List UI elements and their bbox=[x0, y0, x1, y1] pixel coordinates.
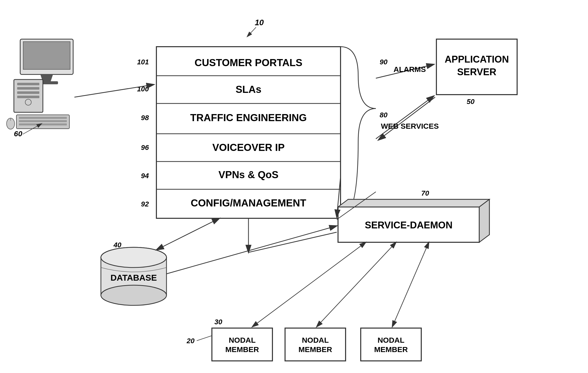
svg-rect-11 bbox=[17, 91, 39, 94]
svg-rect-15 bbox=[19, 117, 67, 119]
diagram-container: 60 10 CUSTOMER PORTALS SLAs TRAFFIC ENGI… bbox=[0, 0, 588, 373]
svg-point-35 bbox=[101, 285, 166, 305]
nodal-member-1-text2: MEMBER bbox=[225, 345, 259, 354]
svg-line-49 bbox=[252, 242, 366, 327]
label-70: 70 bbox=[421, 189, 429, 197]
voiceover-ip-text: VOICEOVER IP bbox=[212, 142, 285, 153]
svg-point-18 bbox=[7, 118, 15, 129]
label-50: 50 bbox=[467, 98, 475, 105]
alarms-text: ALARMS bbox=[394, 65, 426, 73]
svg-rect-38 bbox=[348, 199, 489, 235]
label-100: 100 bbox=[137, 85, 149, 93]
nodal-member-1-text1: NODAL bbox=[229, 336, 256, 344]
svg-rect-4 bbox=[20, 39, 73, 74]
svg-line-44 bbox=[166, 226, 337, 274]
web-services-text: WEB SERVICES bbox=[381, 122, 439, 130]
svg-point-33 bbox=[101, 247, 166, 268]
label-92: 92 bbox=[141, 200, 149, 208]
config-management-text: CONFIG/MANAGEMENT bbox=[191, 197, 306, 208]
label-40: 40 bbox=[113, 241, 122, 249]
svg-line-51 bbox=[392, 242, 429, 327]
svg-line-43 bbox=[337, 192, 376, 220]
svg-rect-46 bbox=[212, 328, 272, 361]
label-98: 98 bbox=[141, 114, 149, 122]
nodal-member-2-text1: NODAL bbox=[302, 336, 329, 344]
svg-point-13 bbox=[25, 99, 31, 105]
svg-rect-9 bbox=[17, 83, 39, 85]
label-20: 20 bbox=[186, 337, 195, 345]
app-server-text2: SERVER bbox=[457, 67, 496, 77]
svg-marker-6 bbox=[40, 74, 53, 82]
svg-rect-5 bbox=[23, 42, 70, 69]
svg-rect-29 bbox=[436, 39, 517, 95]
label-101: 101 bbox=[137, 58, 149, 66]
svg-marker-41 bbox=[479, 199, 489, 242]
svg-line-53 bbox=[248, 232, 337, 252]
vpns-qos-text: VPNs & QoS bbox=[218, 169, 278, 180]
svg-line-32 bbox=[378, 97, 435, 140]
label-10-text: 10 bbox=[255, 18, 264, 27]
label-80: 80 bbox=[380, 111, 388, 119]
label-90: 90 bbox=[380, 58, 388, 66]
svg-line-20 bbox=[23, 124, 42, 134]
slas-text: SLAs bbox=[236, 84, 261, 95]
diagram-svg: 60 10 CUSTOMER PORTALS SLAs TRAFFIC ENGI… bbox=[0, 0, 588, 373]
svg-rect-47 bbox=[285, 328, 346, 361]
label-30: 30 bbox=[214, 318, 222, 326]
label-60-text: 60 bbox=[14, 129, 22, 138]
svg-line-42 bbox=[337, 177, 341, 217]
service-daemon-text: SERVICE-DAEMON bbox=[365, 220, 453, 230]
svg-line-45 bbox=[197, 333, 219, 341]
app-server-text1: APPLICATION bbox=[445, 54, 509, 65]
svg-rect-34 bbox=[101, 257, 166, 295]
svg-line-31 bbox=[376, 96, 434, 139]
svg-line-28 bbox=[74, 85, 154, 97]
svg-rect-12 bbox=[17, 96, 39, 98]
svg-rect-48 bbox=[361, 328, 421, 361]
database-text: DATABASE bbox=[110, 273, 157, 282]
svg-rect-7 bbox=[35, 81, 58, 84]
svg-line-21 bbox=[247, 27, 256, 37]
svg-rect-16 bbox=[19, 120, 67, 122]
svg-line-50 bbox=[317, 242, 396, 327]
svg-point-36 bbox=[101, 247, 166, 268]
svg-rect-17 bbox=[19, 123, 67, 125]
nodal-member-3-text2: MEMBER bbox=[374, 345, 408, 354]
svg-marker-40 bbox=[338, 199, 489, 207]
svg-rect-8 bbox=[14, 79, 43, 112]
svg-rect-39 bbox=[338, 207, 479, 242]
label-94: 94 bbox=[141, 172, 149, 180]
svg-rect-14 bbox=[16, 115, 69, 129]
nodal-member-2-text2: MEMBER bbox=[298, 345, 332, 354]
traffic-engineering-text: TRAFFIC ENGINEERING bbox=[190, 112, 307, 123]
svg-rect-22 bbox=[156, 47, 341, 218]
svg-line-37 bbox=[156, 218, 219, 250]
svg-line-30 bbox=[376, 64, 434, 78]
svg-rect-10 bbox=[17, 87, 39, 90]
customer-portals-text: CUSTOMER PORTALS bbox=[194, 57, 302, 68]
label-96: 96 bbox=[141, 144, 149, 151]
nodal-member-3-text1: NODAL bbox=[378, 336, 405, 344]
